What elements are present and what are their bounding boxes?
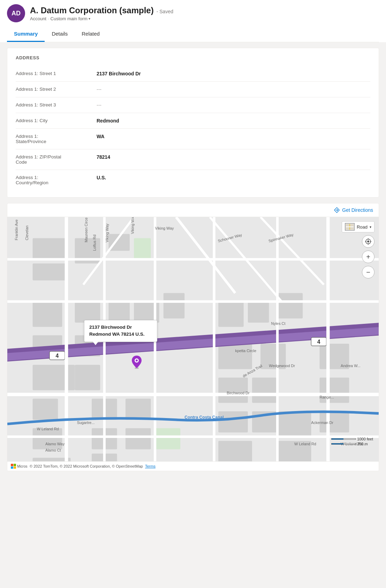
- svg-point-99: [367, 240, 369, 243]
- svg-text:Viking Way: Viking Way: [155, 226, 174, 230]
- breadcrumb-account[interactable]: Account: [30, 16, 46, 21]
- scale-bar-imperial: [331, 438, 356, 440]
- svg-rect-21: [218, 344, 252, 369]
- location-pin-icon: [131, 355, 142, 369]
- svg-text:W Leland Rd: W Leland Rd: [294, 442, 316, 446]
- map-background: 4 4: [7, 217, 379, 461]
- road-map-icon: [345, 223, 355, 231]
- get-directions-button[interactable]: Get Directions: [334, 207, 373, 213]
- scale-metric-label: 250 m: [357, 442, 368, 446]
- callout-text: 2137 Birchwood Dr Redmond WA 78214 U.S.: [89, 325, 145, 337]
- form-name: Custom main form: [51, 16, 88, 21]
- svg-text:Contra Costa Canal: Contra Costa Canal: [184, 415, 224, 420]
- svg-rect-17: [164, 293, 185, 319]
- road-chevron-icon: ▾: [370, 225, 371, 229]
- svg-rect-107: [11, 464, 13, 466]
- address-section-title: ADDRESS: [16, 55, 370, 60]
- svg-rect-108: [14, 464, 16, 466]
- field-value-city[interactable]: Redmond: [92, 113, 370, 129]
- svg-text:Range...: Range...: [320, 395, 334, 399]
- get-directions-label: Get Directions: [342, 207, 373, 213]
- svg-rect-20: [278, 293, 303, 319]
- table-row: Address 1: City Redmond: [16, 113, 370, 129]
- svg-rect-23: [218, 378, 248, 403]
- svg-rect-27: [218, 441, 252, 461]
- saved-badge: - Saved: [157, 9, 173, 14]
- svg-rect-109: [11, 467, 13, 469]
- svg-text:Franklin Ave: Franklin Ave: [14, 219, 18, 240]
- svg-rect-14: [75, 365, 100, 390]
- scale-imperial-label: 1000 feet: [357, 437, 373, 441]
- svg-text:W Leland Rd: W Leland Rd: [37, 427, 59, 431]
- svg-text:Nyles Ct: Nyles Ct: [271, 321, 285, 326]
- tab-summary[interactable]: Summary: [7, 27, 45, 42]
- svg-rect-8: [33, 365, 75, 390]
- map-header: Get Directions: [7, 203, 379, 217]
- road-label: Road: [357, 224, 368, 230]
- location-button[interactable]: [362, 235, 374, 248]
- field-value-country[interactable]: U.S.: [92, 170, 370, 191]
- field-label-city: Address 1: City: [16, 113, 92, 129]
- form-selector[interactable]: Custom main form ▾: [51, 16, 90, 21]
- microsoft-bing-logo: Microsoft Bing: [11, 464, 28, 469]
- field-label-state: Address 1:State/Province: [16, 129, 92, 149]
- field-value-street1[interactable]: 2137 Birchwood Dr: [92, 66, 370, 82]
- header-subtitle: Account · Custom main form ▾: [30, 16, 173, 21]
- svg-text:Maureen Circe: Maureen Circe: [84, 217, 88, 242]
- avatar-initials: AD: [12, 10, 21, 17]
- svg-text:Andrea W...: Andrea W...: [341, 364, 361, 368]
- bing-logo: Microsoft Bing: [11, 464, 28, 469]
- terms-link[interactable]: Terms: [145, 464, 156, 468]
- field-label-street1: Address 1: Street 1: [16, 66, 92, 82]
- table-row: Address 1: Street 2 ---: [16, 82, 370, 97]
- svg-rect-5: [134, 238, 151, 260]
- address-field-table: Address 1: Street 1 2137 Birchwood Dr Ad…: [16, 66, 370, 190]
- svg-rect-12: [75, 302, 100, 323]
- scale-bar-metric: [331, 443, 356, 445]
- directions-icon: [334, 207, 340, 213]
- field-label-street2: Address 1: Street 2: [16, 82, 92, 97]
- field-label-country: Address 1:Country/Region: [16, 170, 92, 191]
- svg-rect-15: [108, 302, 130, 323]
- breadcrumb-sep: ·: [48, 16, 49, 21]
- field-value-street3[interactable]: ---: [92, 97, 370, 113]
- zoom-in-button[interactable]: +: [362, 251, 374, 263]
- svg-text:4: 4: [55, 353, 59, 359]
- field-value-state[interactable]: WA: [92, 129, 370, 149]
- map-controls: Road ▾ + −: [342, 221, 374, 278]
- field-value-zip[interactable]: 78214: [92, 149, 370, 170]
- avatar: AD: [7, 4, 25, 22]
- tab-details[interactable]: Details: [45, 27, 75, 42]
- field-value-street2[interactable]: ---: [92, 82, 370, 97]
- location-icon: [365, 238, 371, 245]
- zoom-in-icon: +: [366, 253, 370, 261]
- map-container[interactable]: 4 4: [7, 217, 379, 461]
- svg-rect-1: [33, 238, 67, 260]
- header-info: A. Datum Corporation (sample) - Saved Ac…: [30, 6, 173, 21]
- svg-text:Clevelan: Clevelan: [25, 225, 29, 240]
- svg-rect-110: [14, 467, 16, 469]
- table-row: Address 1: Street 3 ---: [16, 97, 370, 113]
- svg-text:Alamo Way: Alamo Way: [45, 442, 65, 446]
- svg-text:Microsoft Bing: Microsoft Bing: [17, 464, 28, 468]
- table-row: Address 1:Country/Region U.S.: [16, 170, 370, 191]
- svg-rect-9: [33, 399, 58, 420]
- road-selector[interactable]: Road ▾: [342, 221, 374, 232]
- svg-rect-25: [218, 411, 248, 433]
- table-row: Address 1: Street 1 2137 Birchwood Dr: [16, 66, 370, 82]
- svg-point-106: [136, 359, 138, 362]
- tabs: Summary Details Related: [7, 27, 379, 42]
- entity-name: A. Datum Corporation (sample): [30, 6, 154, 15]
- tab-related[interactable]: Related: [75, 27, 107, 42]
- field-label-zip: Address 1: ZIP/PostalCode: [16, 149, 92, 170]
- header-title-row: A. Datum Corporation (sample) - Saved: [30, 6, 173, 15]
- main-content: ADDRESS Address 1: Street 1 2137 Birchwo…: [0, 42, 386, 477]
- map-scale: 1000 feet 250 m: [331, 436, 373, 446]
- map-pin: [131, 355, 142, 370]
- svg-rect-6: [33, 302, 62, 327]
- svg-text:Birchwood Dr: Birchwood Dr: [227, 391, 250, 395]
- field-label-street3: Address 1: Street 3: [16, 97, 92, 113]
- map-footer: Microsoft Bing © 2022 TomTom, © 2022 Mic…: [7, 461, 379, 471]
- svg-rect-2: [33, 263, 67, 280]
- zoom-out-button[interactable]: −: [362, 266, 374, 278]
